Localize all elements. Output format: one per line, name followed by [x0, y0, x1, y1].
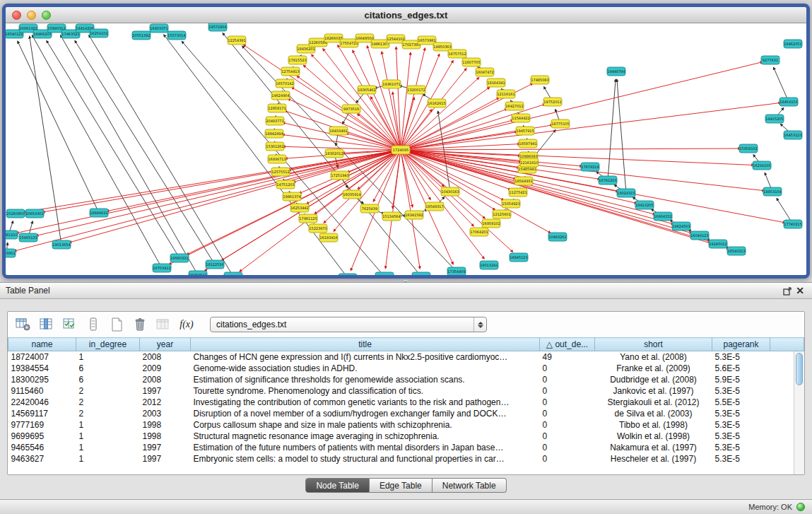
- graph-node[interactable]: 16254102: [90, 29, 108, 37]
- graph-node[interactable]: 12254391: [228, 36, 246, 45]
- graph-edge[interactable]: [312, 54, 401, 150]
- graph-node[interactable]: 20654301: [25, 209, 44, 218]
- graph-node[interactable]: 16453123: [784, 131, 802, 139]
- graph-edge[interactable]: [401, 148, 741, 150]
- graph-node[interactable]: 17203952: [6, 249, 16, 257]
- graph-edge[interactable]: [32, 35, 162, 268]
- tab-node-table[interactable]: Node Table: [305, 478, 370, 493]
- graph-node[interactable]: 12754413: [281, 67, 300, 76]
- graph-node[interactable]: 15301262: [266, 142, 284, 151]
- graph-node[interactable]: 15958102: [739, 144, 758, 153]
- graph-node[interactable]: 16234105: [753, 161, 771, 170]
- graph-node[interactable]: 18122530: [206, 260, 224, 269]
- graph-node[interactable]: 12116161: [497, 90, 515, 98]
- delete-table-icon[interactable]: [130, 315, 150, 334]
- graph-node[interactable]: 17654013: [224, 272, 242, 275]
- graph-node[interactable]: 15134505: [412, 272, 430, 275]
- graph-edge[interactable]: [187, 150, 401, 255]
- graph-node[interactable]: 18842994: [265, 129, 283, 138]
- graph-node[interactable]: 12125601: [493, 210, 511, 218]
- graph-node[interactable]: 16253442: [290, 204, 309, 212]
- table-row[interactable]: 911546021997Tourette syndrome. Phenomeno…: [8, 385, 804, 397]
- column-header-short[interactable]: short: [595, 338, 712, 351]
- graph-node[interactable]: 1724095: [392, 146, 410, 154]
- graph-node[interactable]: 19572904: [208, 23, 227, 31]
- graph-node[interactable]: 11607705: [462, 58, 481, 66]
- table-row[interactable]: 1830029562008Estimation of significance …: [8, 374, 804, 385]
- graph-node[interactable]: 17740215: [784, 220, 802, 228]
- zoom-window-icon[interactable]: [42, 11, 51, 20]
- graph-node[interactable]: 17815523: [288, 56, 307, 64]
- graph-node[interactable]: 19024315: [617, 189, 635, 197]
- graph-node[interactable]: 14415205: [765, 115, 784, 123]
- float-window-icon[interactable]: [781, 285, 794, 296]
- graph-node[interactable]: 19457915: [516, 127, 534, 135]
- graph-node[interactable]: 16959102: [482, 219, 500, 228]
- graph-node[interactable]: 18433491: [329, 127, 348, 135]
- graph-node[interactable]: 18544931: [514, 177, 533, 185]
- table-row[interactable]: 946554611997Estimation of the future num…: [8, 442, 804, 453]
- column-header-pagerank[interactable]: pagerank: [712, 338, 770, 351]
- graph-node[interactable]: 13200172: [407, 86, 425, 94]
- graph-node[interactable]: 15573014: [167, 31, 186, 40]
- tab-edge-table[interactable]: Edge Table: [370, 478, 433, 493]
- table-select-dropdown[interactable]: citations_edges.txt: [210, 317, 487, 332]
- graph-node[interactable]: 25260850: [6, 209, 25, 218]
- scrollbar-thumb[interactable]: [796, 353, 803, 385]
- graph-node[interactable]: 12161610: [520, 158, 539, 167]
- graph-node[interactable]: 18549317: [425, 202, 444, 211]
- column-header-out_de[interactable]: △ out_de...: [540, 338, 595, 351]
- graph-node[interactable]: 17354409: [447, 267, 466, 275]
- graph-node[interactable]: 19361071: [382, 80, 401, 88]
- graph-node[interactable]: 16904152: [654, 212, 672, 221]
- graph-node[interactable]: 20551392: [132, 31, 151, 40]
- graph-node[interactable]: 10493261: [548, 233, 567, 241]
- graph-node[interactable]: 9973516: [342, 105, 360, 113]
- graph-edge[interactable]: [401, 150, 420, 269]
- graph-node[interactable]: 17981125: [299, 214, 317, 223]
- graph-node[interactable]: 18853104: [763, 187, 782, 196]
- graph-node[interactable]: 19624503: [672, 222, 690, 230]
- table-row[interactable]: 977716911998Corpus callosum shape and si…: [8, 419, 804, 431]
- graph-node[interactable]: 15905133: [19, 233, 37, 242]
- graph-node[interactable]: 16903371: [150, 24, 168, 33]
- graph-node[interactable]: 16936713: [268, 155, 286, 163]
- graph-node[interactable]: 18302012: [325, 149, 343, 158]
- graph-node[interactable]: 17064201: [470, 228, 488, 236]
- column-header-in_degree[interactable]: in_degree: [76, 338, 140, 351]
- graph-node[interactable]: 18757512: [448, 49, 466, 58]
- graph-node[interactable]: 18454103: [779, 98, 798, 106]
- graph-node[interactable]: 19843065: [375, 272, 394, 275]
- graph-node[interactable]: 18849631: [90, 209, 108, 217]
- graph-node[interactable]: 15054923: [502, 199, 520, 208]
- graph-node[interactable]: 18462051: [784, 40, 802, 48]
- graph-node[interactable]: 18413205: [635, 201, 654, 209]
- graph-node[interactable]: 19245012: [709, 240, 727, 248]
- column-header-title[interactable]: title: [191, 338, 540, 351]
- edit-columns-icon[interactable]: [60, 315, 80, 334]
- graph-node[interactable]: 19881210: [6, 230, 18, 239]
- graph-node[interactable]: 16044123: [690, 231, 709, 240]
- graph-node[interactable]: 15223670: [309, 224, 327, 233]
- graph-node[interactable]: 10430163: [441, 187, 459, 196]
- graph-edge[interactable]: [608, 79, 616, 180]
- graph-edge[interactable]: [18, 41, 99, 213]
- graph-node[interactable]: 19560331: [170, 254, 189, 262]
- table-row[interactable]: 946362711997Embryonic stem cells: a mode…: [8, 453, 804, 465]
- graph-node[interactable]: 16162615: [428, 99, 446, 107]
- graph-node[interactable]: 18597941: [519, 139, 537, 148]
- vertical-scrollbar[interactable]: [794, 351, 804, 474]
- import-table-icon[interactable]: [153, 315, 173, 334]
- table-row[interactable]: 1938455462009Genome-wide association stu…: [8, 363, 804, 374]
- table-row[interactable]: 1872400712008Changes of HCN gene express…: [8, 351, 804, 363]
- graph-node[interactable]: 12858171: [268, 104, 286, 112]
- graph-node[interactable]: 16504231: [339, 274, 357, 275]
- graph-node[interactable]: 16035914: [343, 190, 361, 199]
- graph-node[interactable]: 16845123: [510, 253, 528, 262]
- table-row[interactable]: 1456911722003Disruption of a novel membe…: [8, 408, 804, 419]
- close-panel-icon[interactable]: ✕: [794, 285, 806, 296]
- graph-edge[interactable]: [773, 67, 789, 102]
- network-canvas[interactable]: 1724095184362011781552312754413165701421…: [6, 23, 806, 275]
- tab-network-table[interactable]: Network Table: [433, 478, 507, 493]
- graph-node[interactable]: 19861374: [283, 192, 301, 201]
